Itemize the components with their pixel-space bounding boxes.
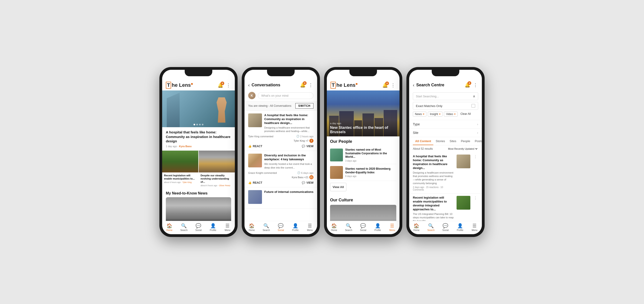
- more-options-home[interactable]: ⋮: [226, 82, 231, 88]
- featured-article-home[interactable]: A hospital that feels like home: Communi…: [162, 127, 235, 151]
- culture-hero-image[interactable]: a day ago Stantec selected as lead desig…: [330, 205, 396, 221]
- people-hero-overlay: a day ago New Stantec office in the hear…: [327, 120, 400, 136]
- search-result-item-2[interactable]: Recent legislation will enable municipal…: [409, 194, 482, 221]
- result-options-1[interactable]: ⋮: [473, 154, 478, 159]
- search-result-title-2: Recent legislation will enable municipal…: [413, 196, 454, 211]
- phone-home: T he Lens 🔔 8 ⋮: [160, 67, 238, 237]
- nav-social-home[interactable]: 💬 Social: [193, 223, 204, 231]
- hero-image-home[interactable]: [162, 90, 235, 127]
- back-button-search[interactable]: ‹: [413, 82, 414, 88]
- nav-profile-icon: 👤: [210, 223, 216, 228]
- grid-article-2-text: Despite our steadily evolving understand…: [199, 172, 235, 188]
- nav-menu-conv[interactable]: ☰ Menu: [304, 223, 316, 231]
- nav-search-home[interactable]: 🔍 Search: [178, 223, 190, 231]
- nav-home-label-conv: Home: [249, 229, 255, 231]
- nav-menu-home[interactable]: ☰ Menu: [222, 223, 233, 231]
- hero-image-inner: [162, 90, 235, 127]
- logo-bracket-left: T: [166, 82, 171, 89]
- filter-clear-all[interactable]: Clear All: [459, 112, 472, 117]
- grid-img-construction: [199, 151, 235, 172]
- bell-wrapper-conversations[interactable]: 🔔 8: [300, 82, 306, 88]
- filter-type-row[interactable]: Type ›: [409, 120, 482, 129]
- filter-tag-news[interactable]: News ×: [413, 112, 426, 117]
- nav-home-people[interactable]: 🏠 Home: [328, 223, 340, 231]
- search-dropdown[interactable]: Start Searching... ∧: [413, 92, 478, 100]
- switch-button[interactable]: SWITCH: [295, 103, 314, 109]
- phone-notch-1: [185, 70, 212, 76]
- people-list-item-2[interactable]: Stantec named to 2020 Bloomberg Gender-E…: [330, 164, 396, 181]
- filter-tag-video-remove[interactable]: ×: [454, 113, 456, 116]
- people-section-title: Our People: [330, 139, 396, 144]
- search-result-thumb-1: [456, 154, 470, 168]
- notification-badge-people: 8: [385, 82, 389, 85]
- bell-wrapper-home[interactable]: 🔔 8: [218, 82, 223, 88]
- back-button-conversations[interactable]: ‹: [248, 82, 250, 88]
- filter-tags: News × Insight × Video × Clear All: [413, 112, 478, 117]
- nav-search-search[interactable]: 🔍 Search: [425, 223, 437, 231]
- compose-input[interactable]: What's on your mind: [258, 92, 314, 99]
- more-options-people[interactable]: ⋮: [390, 82, 396, 88]
- react-button-1[interactable]: 👍 REACT: [248, 145, 262, 148]
- nav-profile-icon-search: 👤: [457, 223, 463, 228]
- view-button-2[interactable]: 💬 VIEW: [302, 181, 314, 184]
- nav-profile-people[interactable]: 👤 Profile: [372, 223, 384, 231]
- nav-profile-home[interactable]: 👤 Profile: [207, 223, 219, 231]
- tab-posts[interactable]: Posts: [472, 137, 482, 145]
- more-options-conversations[interactable]: ⋮: [308, 82, 314, 88]
- more-options-search[interactable]: ⋮: [473, 82, 478, 88]
- view-all-button[interactable]: View All: [330, 183, 346, 191]
- nav-home-search[interactable]: 🏠 Home: [411, 223, 422, 231]
- conversation-item-1[interactable]: A hospital that feels like home: Communi…: [244, 111, 317, 151]
- view-button-1[interactable]: 💬 VIEW: [302, 145, 314, 148]
- conversation-item-2[interactable]: Diversity and inclusion in the workplace…: [244, 151, 317, 187]
- grid-article-1[interactable]: Recent legislation will enable municipal…: [162, 151, 198, 188]
- people-hero-image[interactable]: a day ago New Stantec office in the hear…: [327, 90, 400, 136]
- react-button-2[interactable]: 👍 REACT: [248, 181, 262, 184]
- bell-wrapper-people[interactable]: 🔔 8: [382, 82, 388, 88]
- grid-img-grass: [162, 151, 198, 172]
- clock-icon-2: 🕐: [297, 171, 300, 174]
- news-card[interactable]: a day ago: [166, 197, 231, 221]
- tab-stories[interactable]: Stories: [433, 137, 447, 145]
- grid-article-1-author: Tyler King: [182, 181, 192, 183]
- filter-tag-insight-remove[interactable]: ×: [439, 113, 440, 116]
- conversation-item-3[interactable]: Future of internal communications: [244, 187, 317, 209]
- chevron-right-site: ›: [477, 131, 478, 135]
- search-result-item-1[interactable]: A hospital that feels like home: Communi…: [409, 152, 482, 194]
- nav-search-icon-people: 🔍: [346, 223, 352, 228]
- tab-sites[interactable]: Sites: [447, 137, 458, 145]
- nav-social-search[interactable]: 💬 Social: [440, 223, 451, 231]
- nav-profile-conv[interactable]: 👤 Profile: [290, 223, 301, 231]
- nav-search-people[interactable]: 🔍 Search: [343, 223, 354, 231]
- filter-tag-insight[interactable]: Insight ×: [428, 112, 442, 117]
- conv-reactions-1: Tyler King +7 7: [248, 139, 314, 143]
- filter-tag-news-remove[interactable]: ×: [423, 113, 424, 116]
- conv-thumb-2: [248, 153, 262, 167]
- conversations-list: A hospital that feels like home: Communi…: [244, 111, 317, 221]
- filter-tag-video[interactable]: Video ×: [444, 112, 458, 117]
- nav-social-conv[interactable]: 💬 Social: [275, 223, 286, 231]
- logo-people: T he Lens: [330, 82, 358, 89]
- nav-menu-people[interactable]: ☰ Menu: [386, 223, 398, 231]
- nav-search-conv[interactable]: 🔍 Search: [260, 223, 272, 231]
- nav-profile-search[interactable]: 👤 Profile: [454, 223, 466, 231]
- people-list-item-1[interactable]: Stantec named one of Most Sustainable Co…: [330, 146, 396, 164]
- filter-site-row[interactable]: Site ›: [409, 129, 482, 137]
- bell-wrapper-search[interactable]: 🔔 8: [464, 82, 470, 88]
- grid-article-2-author: Oliver Perez: [219, 184, 230, 187]
- nav-home-conv[interactable]: 🏠 Home: [246, 223, 258, 231]
- conv-commenter-2: Grace Knight commented: [248, 171, 277, 174]
- nav-menu-search[interactable]: ☰ Menu: [469, 223, 480, 231]
- result-options-2[interactable]: ⋮: [473, 196, 478, 200]
- people-item-text-2: Stantec named to 2020 Bloomberg Gender-E…: [345, 167, 396, 177]
- tab-people[interactable]: People: [458, 137, 472, 145]
- grid-article-2[interactable]: Despite our steadily evolving understand…: [199, 151, 235, 188]
- exact-match-row[interactable]: Exact Matches Only: [413, 102, 478, 110]
- sort-select[interactable]: Most Recently Updated: [447, 147, 478, 151]
- people-item-title-2: Stantec named to 2020 Bloomberg Gender-E…: [345, 167, 396, 174]
- tab-all-content[interactable]: All Content: [413, 137, 433, 145]
- nav-social-people[interactable]: 💬 Social: [358, 223, 369, 231]
- nav-home-home[interactable]: 🏠 Home: [164, 223, 175, 231]
- exact-match-checkbox[interactable]: [472, 104, 475, 108]
- conv-text-3: Future of internal communications: [264, 190, 314, 204]
